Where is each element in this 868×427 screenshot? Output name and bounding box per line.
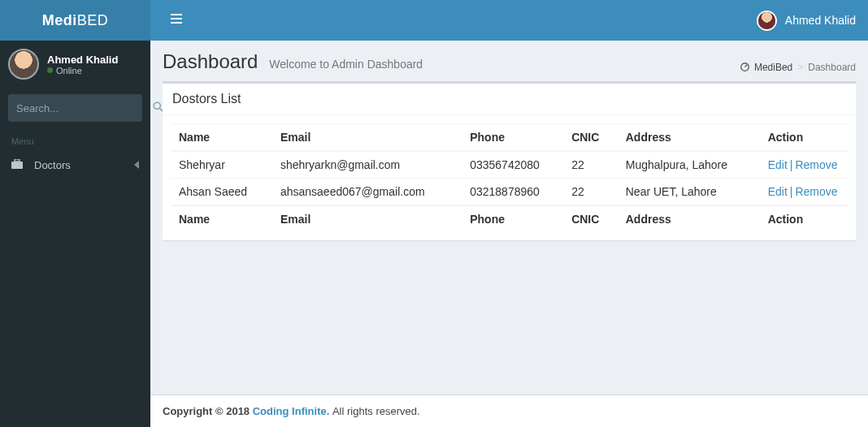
sidebar: Ahmed Khalid Online Menu Doctors <box>0 41 150 427</box>
brand-prefix: Medi <box>42 12 77 29</box>
table-header-row: Name Email Phone CNIC Address Action <box>171 124 848 152</box>
content-wrapper: Dashboard Welcome to Admin Dashboard Med… <box>150 41 868 427</box>
breadcrumb: MediBed > Dashboard <box>740 62 856 73</box>
avatar <box>757 11 777 31</box>
breadcrumb-current: Dashboard <box>808 62 856 73</box>
footer-link[interactable]: Coding Infinite. <box>253 405 330 417</box>
col-phone: Phone <box>462 124 563 152</box>
edit-link[interactable]: Edit <box>768 185 788 198</box>
remove-link[interactable]: Remove <box>795 185 837 198</box>
col-action: Action <box>760 124 848 152</box>
col-cnic: CNIC <box>563 124 618 152</box>
topbar: MediBED Ahmed Khalid <box>0 0 868 41</box>
online-dot-icon <box>47 67 53 73</box>
content: Dostors List Name Email Phone CNIC Addre… <box>150 81 868 395</box>
avatar <box>8 49 39 80</box>
table-row: Shehryar shehryarkn@gmail.com 0335674208… <box>171 151 848 179</box>
page-subtitle: Welcome to Admin Dashboard <box>269 58 423 71</box>
dashboard-icon <box>740 63 749 73</box>
sidebar-item-label: Doctors <box>34 159 71 171</box>
sidebar-search[interactable] <box>8 94 142 122</box>
svg-rect-2 <box>11 162 23 169</box>
sidebar-user-status: Online <box>47 66 118 75</box>
briefcase-icon <box>11 159 28 171</box>
chevron-left-icon <box>134 161 139 170</box>
brand-logo[interactable]: MediBED <box>0 0 150 41</box>
svg-rect-3 <box>15 159 20 162</box>
bars-icon <box>171 13 182 24</box>
search-input[interactable] <box>16 94 153 122</box>
col-email: Email <box>272 124 462 152</box>
edit-link[interactable]: Edit <box>768 158 788 171</box>
menu-toggle-button[interactable] <box>163 9 190 32</box>
footer: Copyright © 2018 Coding Infinite. All ri… <box>150 395 868 427</box>
box-body: Name Email Phone CNIC Address Action She… <box>163 115 856 240</box>
remove-link[interactable]: Remove <box>795 158 837 171</box>
table-footer-row: Name Email Phone CNIC Address Action <box>171 205 848 232</box>
sidebar-user-panel: Ahmed Khalid Online <box>0 41 150 88</box>
page-title: Dashboard <box>163 50 258 72</box>
content-header: Dashboard Welcome to Admin Dashboard Med… <box>150 41 868 81</box>
table-body: Shehryar shehryarkn@gmail.com 0335674208… <box>171 151 848 205</box>
doctors-list-box: Dostors List Name Email Phone CNIC Addre… <box>163 81 856 240</box>
table-row: Ahsan Saeed ahsansaeed067@gmail.com 0321… <box>171 179 848 206</box>
sidebar-item-doctors[interactable]: Doctors <box>0 151 150 179</box>
col-address: Address <box>618 124 760 152</box>
box-title: Dostors List <box>163 84 856 115</box>
menu-header: Menu <box>0 128 150 151</box>
topbar-main: Ahmed Khalid <box>150 0 868 41</box>
brand-suffix: BED <box>77 12 109 29</box>
doctors-table: Name Email Phone CNIC Address Action She… <box>171 123 848 232</box>
top-user-name: Ahmed Khalid <box>785 14 856 27</box>
col-name: Name <box>171 124 272 152</box>
sidebar-user-name: Ahmed Khalid <box>47 54 118 66</box>
top-user-menu[interactable]: Ahmed Khalid <box>757 11 856 31</box>
breadcrumb-home[interactable]: MediBed <box>754 62 792 73</box>
chevron-right-icon: > <box>797 62 803 73</box>
